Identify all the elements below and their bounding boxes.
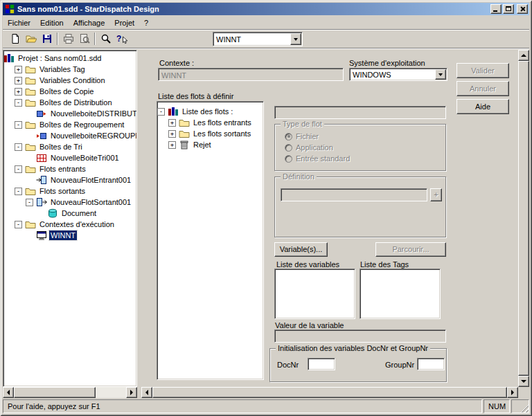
flow-tree-item-entrants[interactable]: + Les flots entrants <box>157 117 263 128</box>
save-button[interactable] <box>39 31 55 46</box>
scroll-left-button[interactable] <box>141 387 152 398</box>
aide-button[interactable]: Aide <box>456 99 509 114</box>
maximize-button[interactable] <box>503 4 514 14</box>
resize-grip-icon[interactable] <box>520 404 529 413</box>
expand-toggle[interactable]: + <box>168 119 176 127</box>
tree-item-variables-tag[interactable]: + Variables Tag <box>3 64 136 75</box>
scroll-right-button[interactable] <box>126 387 137 398</box>
menu-edition[interactable]: Edition <box>35 17 69 28</box>
contexte-field[interactable]: WINNT <box>158 68 344 81</box>
tree-item-boites-tri[interactable]: - Boîtes de Tri <box>3 141 136 152</box>
folder-icon <box>25 75 36 86</box>
variables-listbox[interactable] <box>274 269 355 319</box>
tree-horizontal-scrollbar[interactable] <box>3 387 137 398</box>
flow-tree-root[interactable]: - Liste des flots : <box>157 106 263 117</box>
context-help-button[interactable] <box>114 31 130 46</box>
scrollbar-corner <box>518 387 529 398</box>
scrollbar-thumb[interactable] <box>14 387 96 398</box>
open-button[interactable] <box>23 31 39 46</box>
context-combobox[interactable]: WINNT <box>213 32 303 46</box>
scrollbar-thumb[interactable] <box>152 387 507 398</box>
expand-toggle[interactable]: + <box>168 141 176 149</box>
combobox-dropdown-button[interactable] <box>290 33 301 45</box>
expand-toggle[interactable]: - <box>15 188 22 195</box>
flow-tree[interactable]: - Liste des flots : + Les flots entrants… <box>157 101 264 380</box>
definition-expand-button[interactable]: + <box>430 188 442 201</box>
menu-affichage[interactable]: Affichage <box>69 17 110 28</box>
expand-toggle[interactable]: - <box>26 199 33 206</box>
scroll-left-button[interactable] <box>3 387 14 398</box>
scrollbar-track[interactable] <box>96 387 126 398</box>
flow-name-field[interactable] <box>274 106 446 119</box>
tree-item-nouvelle-boite-tri[interactable]: NouvelleBoiteTri001 <box>3 152 136 163</box>
tree-item-nouveau-flot-sortant[interactable]: - NouveauFlotSortant001 <box>3 197 136 208</box>
radio-fichier[interactable]: Fichier <box>285 132 319 141</box>
print-button[interactable] <box>60 31 76 46</box>
tree-item-winnt[interactable]: WINNT <box>3 230 136 241</box>
expand-toggle[interactable]: - <box>157 108 165 116</box>
radio-entree-standard[interactable]: Entrée standard <box>285 154 350 163</box>
expand-toggle[interactable]: - <box>15 99 22 107</box>
scroll-right-button[interactable] <box>507 387 518 398</box>
tree-item-boites-regroupement[interactable]: - Boîtes de Regroupement <box>3 119 136 130</box>
flow-tree-item-rejet[interactable]: + Rejet <box>157 139 263 150</box>
folder-icon <box>25 97 36 108</box>
new-document-button[interactable] <box>7 31 23 46</box>
menu-bar: Fichier Edition Affichage Projet ? <box>3 16 529 29</box>
scroll-up-button[interactable] <box>518 50 529 61</box>
tags-listbox[interactable] <box>360 269 441 319</box>
tree-item-label: NouveauFlotEntrant001 <box>49 175 132 185</box>
variable-value-field[interactable] <box>274 329 446 343</box>
expand-toggle[interactable]: + <box>15 66 22 73</box>
menu-fichier[interactable]: Fichier <box>3 17 35 28</box>
minimize-button[interactable] <box>490 4 502 14</box>
tree-item-label: Variables Condition <box>38 75 107 85</box>
radio-application[interactable]: Application <box>285 143 333 152</box>
definition-field[interactable] <box>281 188 427 201</box>
scrollbar-thumb[interactable] <box>518 61 529 376</box>
expand-toggle[interactable]: + <box>168 130 176 138</box>
groupnr-field[interactable] <box>417 358 445 370</box>
form-horizontal-scrollbar[interactable] <box>141 387 518 398</box>
flow-tree-item-sortants[interactable]: + Les flots sortants <box>157 128 263 139</box>
expand-toggle[interactable]: - <box>15 121 22 129</box>
tree-item-nouvelle-boite-distribution[interactable]: NouvelleboiteDISTRIBUTIO <box>3 108 136 119</box>
tree-item-nouveau-flot-entrant[interactable]: NouveauFlotEntrant001 <box>3 174 136 186</box>
tree-item-flots-entrants[interactable]: - Flots entrants <box>3 163 136 174</box>
tree-item-label: Contextes d'exécution <box>38 219 116 229</box>
os-combobox[interactable]: WINDOWS <box>349 68 447 81</box>
docnr-field[interactable] <box>308 358 335 370</box>
print-preview-button[interactable] <box>76 31 92 46</box>
tree-item-flots-sortants[interactable]: - Flots sortants <box>3 186 136 197</box>
scroll-down-button[interactable] <box>518 376 529 387</box>
parcourir-button[interactable]: Parcourir... <box>375 242 446 257</box>
tree-item-label: Les flots entrants <box>192 118 253 127</box>
variables-button[interactable]: Variable(s)... <box>274 242 328 257</box>
project-tree-panel[interactable]: Projet : Sans nom01.sdd + Variables Tag … <box>3 50 137 387</box>
definition-group: Définition + <box>274 177 446 237</box>
tree-item-boites-distribution[interactable]: - Boîtes de Distribution <box>3 97 136 108</box>
title-bar[interactable]: Sans nom01.sdd - StarDispatch Design <box>3 3 529 15</box>
num-lock-indicator: NUM <box>484 399 510 413</box>
tree-item-contextes-execution[interactable]: - Contextes d'exécution <box>3 219 136 230</box>
annuler-button[interactable]: Annuler <box>456 81 509 96</box>
combobox-dropdown-button[interactable] <box>435 69 446 80</box>
menu-projet[interactable]: Projet <box>109 17 139 28</box>
expand-toggle[interactable]: - <box>15 143 22 151</box>
expand-toggle[interactable]: + <box>15 88 22 96</box>
find-button[interactable] <box>98 31 114 46</box>
expand-toggle[interactable]: - <box>15 165 22 173</box>
expand-toggle[interactable]: + <box>15 77 22 84</box>
tree-item-label: Variables Tag <box>38 64 87 74</box>
tree-root[interactable]: Projet : Sans nom01.sdd <box>3 53 136 64</box>
form-vertical-scrollbar[interactable] <box>518 50 529 387</box>
tree-item-nouvelle-boite-regroupement[interactable]: NouvelleboiteREGROUPEME <box>3 130 136 141</box>
valider-button[interactable]: Valider <box>456 63 509 78</box>
close-button[interactable] <box>517 4 528 14</box>
folder-icon <box>25 86 36 97</box>
tree-item-variables-condition[interactable]: + Variables Condition <box>3 75 136 86</box>
menu-help[interactable]: ? <box>139 17 153 28</box>
expand-toggle[interactable]: - <box>15 221 22 228</box>
tree-item-document[interactable]: Document <box>3 208 136 219</box>
tree-item-boites-copie[interactable]: + Boîtes de Copie <box>3 86 136 97</box>
